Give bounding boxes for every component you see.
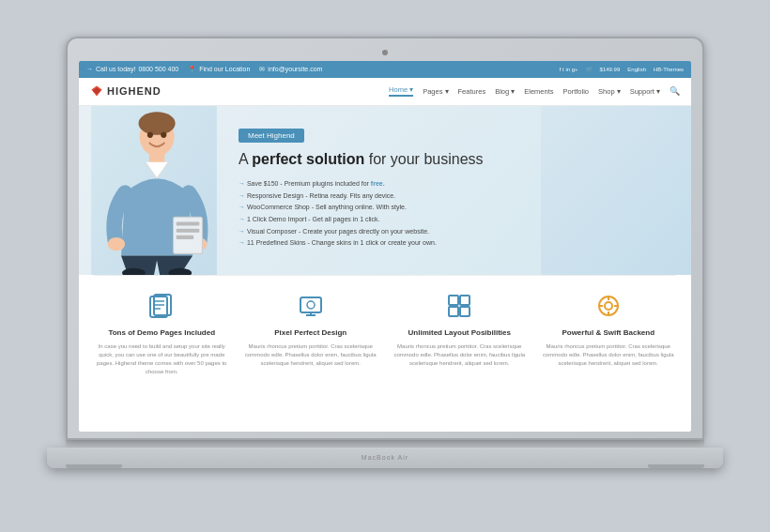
arrow-icon: → [86, 66, 93, 72]
svg-point-4 [139, 112, 176, 135]
nav-blog[interactable]: Blog ▾ [495, 87, 515, 96]
screen-content: → Call us today! 0800 500 400 📍 Find our… [79, 61, 691, 432]
svg-point-6 [108, 236, 126, 250]
svg-rect-28 [460, 307, 470, 316]
camera-dot [382, 50, 388, 55]
meet-badge: Meet Highend [239, 129, 304, 143]
layout-icon [444, 291, 474, 321]
nav-features[interactable]: Features [458, 87, 486, 96]
feature-pages-text: In case you need to build and setup your… [94, 342, 230, 376]
svg-rect-15 [177, 235, 194, 238]
location-info: 📍 Find our Location [188, 66, 250, 73]
nav-portfolio[interactable]: Portfolio [563, 87, 590, 96]
logo-area: HIGHEND [90, 84, 162, 98]
svg-rect-14 [177, 228, 200, 232]
email-address: info@yoursite.com [268, 66, 322, 72]
email-icon: ✉ [259, 66, 265, 73]
screen-bezel: → Call us today! 0800 500 400 📍 Find our… [66, 37, 704, 440]
laptop-hinge [66, 440, 704, 448]
price: $149.99 [600, 67, 621, 72]
svg-point-30 [605, 302, 612, 310]
hero-section: Meet Highend A perfect solution for your… [79, 106, 691, 275]
laptop-mockup: → Call us today! 0800 500 400 📍 Find our… [47, 37, 723, 496]
laptop-foot-right [648, 464, 704, 468]
nav-support[interactable]: Support ▾ [630, 87, 660, 96]
svg-rect-21 [300, 297, 321, 312]
hero-person [79, 106, 229, 275]
macbook-label: MacBook Air [362, 454, 408, 461]
feature-layout: Unlimited Layout Posibilities Mauris rho… [392, 291, 528, 376]
person-illustration [79, 106, 229, 275]
feature-pages: Tons of Demo Pages Included In case you … [94, 291, 230, 376]
feature-backend: Powerful & Swift Backend Mauris rhoncus … [541, 291, 677, 376]
svg-rect-16 [150, 296, 167, 317]
nav-links[interactable]: Home ▾ Pages ▾ Features Blog ▾ Elements … [389, 85, 680, 97]
svg-rect-26 [460, 296, 470, 305]
feature-pages-title: Tons of Demo Pages Included [94, 328, 230, 337]
svg-rect-13 [177, 221, 200, 225]
logo-text: HIGHEND [107, 85, 162, 97]
laptop-foot-left [66, 464, 122, 468]
feature-design-text: Mauris rhoncus pretium porttitor. Cras s… [243, 342, 379, 368]
svg-rect-27 [449, 307, 458, 316]
email-info: ✉ info@yoursite.com [259, 66, 322, 73]
nav-shop[interactable]: Shop ▾ [598, 87, 621, 96]
phone-info: → Call us today! 0800 500 400 [86, 66, 178, 72]
top-bar-right: f t in g+ 🛒 $149.99 English HB-Themes [560, 66, 684, 72]
backend-icon [593, 291, 624, 321]
cart-icon: 🛒 [586, 66, 593, 72]
feature-backend-text: Mauris rhoncus pretium porttitor. Cras s… [541, 342, 677, 368]
svg-rect-25 [449, 296, 458, 305]
diamond-icon [90, 84, 103, 98]
search-icon[interactable]: 🔍 [670, 86, 680, 96]
top-bar: → Call us today! 0800 500 400 📍 Find our… [79, 61, 691, 78]
feature-design-title: Pixel Perfect Design [243, 328, 379, 337]
nav-home[interactable]: Home ▾ [389, 85, 413, 97]
nav-bar: HIGHEND Home ▾ Pages ▾ Features Blog ▾ E… [79, 78, 691, 106]
svg-point-10 [147, 131, 153, 137]
nav-elements[interactable]: Elements [524, 87, 553, 96]
laptop-base: MacBook Air [47, 448, 723, 468]
account: HB-Themes [654, 67, 684, 72]
social-icons: f t in g+ [560, 67, 578, 72]
nav-pages[interactable]: Pages ▾ [423, 87, 448, 96]
language: English [627, 67, 646, 72]
pin-icon: 📍 [188, 66, 196, 73]
feature-design: Pixel Perfect Design Mauris rhoncus pret… [243, 291, 379, 376]
phone-number: 0800 500 400 [138, 66, 178, 72]
feature-layout-text: Mauris rhoncus pretium porttitor. Cras s… [392, 342, 528, 368]
location-label: Find our Location [199, 66, 250, 72]
svg-point-24 [307, 301, 315, 309]
phone-label: Call us today! [96, 66, 135, 72]
pages-icon [146, 291, 177, 321]
hero-title-bold: perfect solution [252, 151, 364, 167]
feature-backend-title: Powerful & Swift Backend [541, 328, 677, 337]
hero-bg-decoration [541, 106, 691, 275]
svg-point-11 [161, 131, 166, 137]
design-icon [296, 291, 326, 321]
features-section: Tons of Demo Pages Included In case you … [79, 276, 691, 388]
feature-layout-title: Unlimited Layout Posibilities [392, 328, 528, 337]
